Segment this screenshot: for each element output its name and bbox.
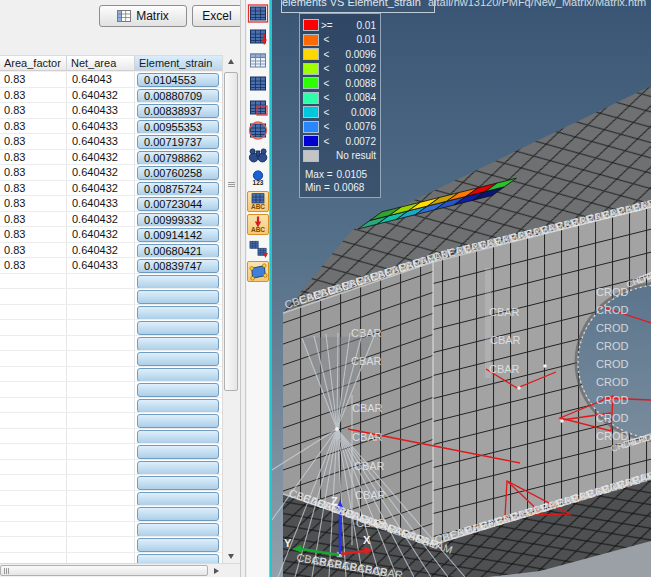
matrix-frame-button[interactable] [247,97,269,118]
table-row[interactable] [0,336,222,352]
strain-cell[interactable] [137,306,219,320]
scroll-down-button[interactable] [224,549,239,563]
strain-cell[interactable]: 0.00880709 [137,89,219,103]
table-row[interactable] [0,429,222,445]
column-header-element-strain[interactable]: Element_strain [135,56,222,70]
table-row[interactable] [0,367,222,383]
strain-cell[interactable] [137,430,219,444]
binoculars-icon [247,144,269,165]
table-row[interactable] [0,320,222,336]
table-row[interactable] [0,475,222,491]
table-row[interactable]: 0.830.6404320.00875724 [0,181,222,197]
strain-cell[interactable]: 0.00760258 [137,166,219,180]
table-row[interactable] [0,537,222,553]
table-row[interactable] [0,491,222,507]
strain-cell[interactable] [137,445,219,459]
horizontal-scrollbar[interactable] [0,563,240,577]
strain-cell[interactable] [137,507,219,521]
strain-cell[interactable] [137,476,219,490]
table-row[interactable]: 0.830.6404320.00914142 [0,227,222,243]
table-row[interactable]: 0.830.640430.0104553 [0,72,222,88]
strain-cell[interactable] [137,290,219,304]
strain-cell[interactable] [137,554,219,564]
thumb-grip [4,568,9,574]
strain-cell[interactable]: 0.00838937 [137,104,219,118]
table-row[interactable]: 0.830.6404330.00955353 [0,119,222,135]
legend-swatch [303,63,319,75]
table-row[interactable] [0,444,222,460]
strain-cell[interactable] [137,461,219,475]
matrix-button[interactable]: Matrix [99,5,187,27]
table-row[interactable] [0,398,222,414]
table-row[interactable] [0,289,222,305]
strain-cell[interactable]: 0.00680421 [137,244,219,258]
element-label: CBAR [355,489,386,501]
strain-cell[interactable]: 0.00999332 [137,213,219,227]
table-row[interactable]: 0.830.6404330.00839747 [0,258,222,274]
excel-button[interactable]: Excel [192,5,242,27]
column-header-area-factor[interactable]: Area_factor [0,56,67,70]
strain-cell[interactable]: 0.00723044 [137,197,219,211]
column-header-net-area[interactable]: Net_area [67,56,135,70]
strain-cell[interactable] [137,523,219,537]
matrix-view-button[interactable] [247,73,269,94]
panel-splitter[interactable] [240,0,247,577]
table-row[interactable] [0,305,222,321]
table-row[interactable] [0,460,222,476]
label-pointer-button[interactable]: ABC [247,214,269,235]
table-row[interactable]: 0.830.6404330.00723044 [0,196,222,212]
legend-max-min: Max =0.0105 Min =0.0068 [305,169,367,194]
matrix-transfer-button[interactable] [247,238,269,259]
matrix-select-button[interactable] [247,3,269,24]
table-row[interactable]: 0.830.6404320.00760258 [0,165,222,181]
strain-cell[interactable] [137,368,219,382]
strain-cell[interactable]: 0.00839747 [137,259,219,273]
table-row[interactable]: 0.830.6404320.00680421 [0,243,222,259]
matrix-export-button[interactable] [247,26,269,47]
strain-cell[interactable] [137,383,219,397]
strain-cell[interactable]: 0.00798862 [137,151,219,165]
strain-cell[interactable] [137,321,219,335]
strain-cell[interactable]: 0.00719737 [137,135,219,149]
table-row[interactable]: 0.830.6404320.00798862 [0,150,222,166]
table-row[interactable]: 0.830.6404320.00999332 [0,212,222,228]
table-header: Area_factor Net_area Element_strain [0,55,222,71]
table-row[interactable] [0,522,222,538]
numbers-info-button[interactable]: 123 [247,167,269,188]
vertical-scrollbar[interactable] [222,55,239,563]
horizontal-scroll-thumb[interactable] [0,565,208,576]
table-row[interactable] [0,553,222,564]
table-row[interactable] [0,274,222,290]
table-row[interactable] [0,506,222,522]
strain-cell[interactable] [137,352,219,366]
strain-cell[interactable]: 0.00875724 [137,182,219,196]
table-row[interactable]: 0.830.6404320.00880709 [0,88,222,104]
vertical-scroll-thumb[interactable] [224,72,238,391]
table-row[interactable] [0,382,222,398]
legend-entries: >=0.01<0.01<0.0096<0.0092<0.0088<0.0084<… [303,18,377,163]
strain-cell[interactable] [137,337,219,351]
strain-cell[interactable] [137,399,219,413]
matrix-button-label: Matrix [136,9,169,23]
scroll-up-button[interactable] [224,55,239,69]
strain-cell[interactable]: 0.00955353 [137,120,219,134]
thumb-grip [228,181,235,188]
table-row[interactable] [0,413,222,429]
table-row[interactable]: 0.830.6404330.00838937 [0,103,222,119]
strain-cell[interactable]: 0.00914142 [137,228,219,242]
sheet-view-button[interactable] [247,50,269,71]
legend-min: Min =0.0068 [305,182,367,195]
table-row[interactable]: 0.830.6404330.00719737 [0,134,222,150]
strain-cell[interactable] [137,414,219,428]
matrix-highlight-button[interactable] [247,120,269,141]
table-row[interactable] [0,351,222,367]
strain-cell[interactable]: 0.0104553 [137,73,219,87]
find-button[interactable] [247,144,269,165]
scroll-right-button[interactable] [209,565,223,577]
strain-cell[interactable] [137,538,219,552]
strain-cell[interactable] [137,275,219,289]
quad-element-button[interactable] [247,261,269,282]
strain-cell[interactable] [137,492,219,506]
3d-viewport[interactable]: CRODCRODCRODCRODCRODCRODCRODCRODCRODCBAR… [270,0,651,577]
element-labels-button[interactable]: ABC [247,191,269,212]
